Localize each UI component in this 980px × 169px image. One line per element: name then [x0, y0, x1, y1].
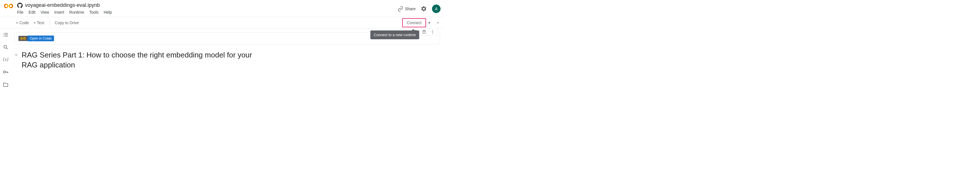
- colab-logo-icon: [4, 3, 13, 9]
- svg-rect-6: [4, 34, 5, 35]
- add-code-button[interactable]: + Code: [14, 19, 31, 26]
- colab-mini-icon: [20, 37, 26, 40]
- connect-button[interactable]: Connect: [402, 18, 426, 27]
- link-icon: [398, 6, 403, 12]
- share-label: Share: [405, 6, 415, 11]
- github-icon: [17, 3, 23, 8]
- key-icon: [3, 69, 9, 75]
- svg-point-21: [432, 33, 433, 33]
- menu-tools[interactable]: Tools: [89, 10, 99, 14]
- find-button[interactable]: [3, 45, 8, 50]
- menu-edit[interactable]: Edit: [29, 10, 35, 14]
- svg-point-20: [432, 32, 433, 32]
- app-header: voyageai-embeddings-eval.ipynb File Edit…: [0, 0, 443, 17]
- svg-rect-8: [4, 36, 5, 37]
- toolbar: + Code + Text Copy to Drive Connect ▼: [0, 17, 443, 29]
- svg-rect-5: [5, 33, 8, 33]
- main: {x} Connect to a new runtime: [0, 29, 443, 88]
- svg-point-23: [24, 38, 25, 39]
- menu-help[interactable]: Help: [104, 10, 112, 14]
- text-cell[interactable]: Connect to a new runtime: [14, 32, 440, 45]
- gear-icon: [421, 6, 427, 12]
- copy-to-drive-button[interactable]: Copy to Drive: [52, 19, 81, 26]
- table-of-contents-button[interactable]: [3, 32, 8, 38]
- svg-point-12: [3, 71, 5, 73]
- notebook-content: Connect to a new runtime: [11, 29, 443, 88]
- svg-rect-18: [423, 31, 425, 33]
- variables-button[interactable]: {x}: [3, 57, 8, 62]
- left-rail: {x}: [0, 29, 11, 88]
- colab-logo[interactable]: [4, 3, 13, 9]
- chevron-down-icon: [14, 53, 18, 57]
- connect-tooltip: Connect to a new runtime: [370, 30, 419, 39]
- avatar-initial: A: [435, 6, 438, 11]
- section-collapse-caret[interactable]: [14, 53, 18, 57]
- menu-runtime[interactable]: Runtime: [69, 10, 84, 14]
- svg-rect-9: [5, 36, 8, 37]
- toolbar-divider: [49, 20, 50, 26]
- notebook-title[interactable]: voyageai-embeddings-eval.ipynb: [25, 2, 100, 8]
- plus-icon: +: [16, 21, 18, 25]
- svg-line-11: [6, 48, 8, 49]
- toc-icon: [3, 32, 8, 38]
- chevron-up-icon: [436, 21, 440, 25]
- menu-insert[interactable]: Insert: [54, 10, 64, 14]
- menu-view[interactable]: View: [41, 10, 49, 14]
- menu-file[interactable]: File: [17, 10, 24, 14]
- add-text-label: Text: [37, 21, 45, 25]
- secrets-button[interactable]: [3, 69, 9, 75]
- connect-label: Connect: [407, 21, 422, 25]
- add-text-button[interactable]: + Text: [31, 19, 47, 26]
- add-code-label: Code: [19, 21, 29, 25]
- files-button[interactable]: [3, 82, 8, 88]
- svg-point-22: [21, 38, 22, 39]
- delete-cell-button[interactable]: [422, 30, 426, 34]
- search-icon: [3, 45, 8, 50]
- open-in-colab-badge[interactable]: Open in Colab: [19, 35, 54, 41]
- share-button[interactable]: Share: [398, 6, 415, 12]
- header-actions: Share A: [398, 2, 441, 13]
- trash-icon: [422, 30, 426, 34]
- title-area: voyageai-embeddings-eval.ipynb File Edit…: [17, 2, 398, 17]
- collapse-toolbar-caret[interactable]: [436, 21, 440, 25]
- svg-point-19: [432, 30, 433, 31]
- cell-more-button[interactable]: [430, 30, 435, 34]
- copy-to-drive-label: Copy to Drive: [55, 21, 79, 25]
- colab-badge-logo: [19, 36, 27, 41]
- heading-row: RAG Series Part 1: How to choose the rig…: [14, 50, 440, 70]
- menu-bar: File Edit View Insert Runtime Tools Help: [17, 8, 398, 17]
- avatar[interactable]: A: [432, 5, 441, 13]
- markdown-heading: RAG Series Part 1: How to choose the rig…: [22, 50, 255, 70]
- svg-rect-4: [4, 33, 5, 33]
- more-vert-icon: [430, 30, 435, 34]
- svg-rect-7: [5, 34, 8, 35]
- connect-dropdown-caret[interactable]: ▼: [428, 21, 431, 24]
- open-in-colab-label: Open in Colab: [27, 35, 54, 41]
- settings-button[interactable]: [421, 6, 427, 12]
- svg-point-10: [4, 45, 6, 48]
- plus-icon: +: [33, 21, 36, 25]
- folder-icon: [3, 82, 8, 88]
